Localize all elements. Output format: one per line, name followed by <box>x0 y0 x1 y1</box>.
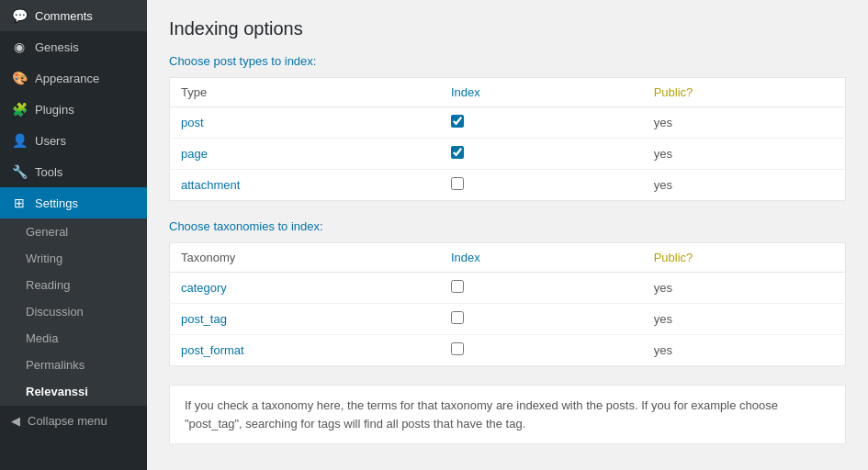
media-label: Media <box>26 331 58 345</box>
reading-label: Reading <box>26 278 70 292</box>
sidebar-item-users[interactable]: 👤 Users <box>0 125 147 156</box>
sidebar-label-plugins: Plugins <box>35 103 74 117</box>
relevanssi-label: Relevanssi <box>26 385 88 398</box>
table-row: attachment yes <box>170 170 846 201</box>
page-title: Indexing options <box>169 18 846 39</box>
post-tag-type-cell: post_tag <box>170 304 440 335</box>
taxonomies-label: Choose taxonomies to index: <box>169 219 846 233</box>
attachment-index-cell <box>440 170 643 201</box>
category-type-cell: category <box>170 273 440 304</box>
post-types-table: Type Index Public? post yes page yes <box>169 77 846 201</box>
category-index-cell <box>440 273 643 304</box>
post-public-col-header: Public? <box>643 78 846 107</box>
appearance-icon: 🎨 <box>11 71 28 85</box>
page-index-cell <box>440 139 643 170</box>
settings-submenu: General Writing Reading Discussion Media… <box>0 218 147 405</box>
category-public-cell: yes <box>643 273 846 304</box>
sidebar-item-plugins[interactable]: 🧩 Plugins <box>0 94 147 125</box>
taxonomy-table: Taxonomy Index Public? category yes post… <box>169 242 846 366</box>
tax-public-col-header: Public? <box>643 243 846 273</box>
page-index-checkbox[interactable] <box>451 146 464 159</box>
taxonomy-info-box: If you check a taxonomy here, the terms … <box>169 385 846 444</box>
sidebar-item-settings[interactable]: ⊞ Settings <box>0 187 147 218</box>
tax-index-col-header: Index <box>440 243 643 273</box>
sidebar-label-tools: Tools <box>35 165 62 179</box>
sidebar-item-tools[interactable]: 🔧 Tools <box>0 156 147 187</box>
collapse-icon: ◀ <box>11 414 20 428</box>
post-type-col-header: Type <box>170 78 440 107</box>
comments-icon: 💬 <box>11 8 28 23</box>
sidebar-item-appearance[interactable]: 🎨 Appearance <box>0 62 147 94</box>
page-public-cell: yes <box>643 139 846 170</box>
post-index-col-header: Index <box>440 78 643 107</box>
table-row: post_format yes <box>170 335 846 366</box>
plugins-icon: 🧩 <box>11 102 28 117</box>
sidebar-item-relevanssi[interactable]: Relevanssi <box>0 378 147 405</box>
genesis-icon: ◉ <box>11 39 28 54</box>
attachment-index-checkbox[interactable] <box>451 177 464 190</box>
permalinks-label: Permalinks <box>26 358 85 372</box>
sidebar-item-general[interactable]: General <box>0 218 147 245</box>
table-row: page yes <box>170 139 846 170</box>
post-format-public-cell: yes <box>643 335 846 366</box>
collapse-label: Collapse menu <box>28 414 107 428</box>
post-tag-index-cell <box>440 304 643 335</box>
post-tag-index-checkbox[interactable] <box>451 311 464 324</box>
post-index-checkbox[interactable] <box>451 115 464 128</box>
collapse-menu-button[interactable]: ◀ Collapse menu <box>0 405 147 436</box>
settings-icon: ⊞ <box>11 196 28 210</box>
post-types-label: Choose post types to index: <box>169 54 846 68</box>
post-format-type-cell: post_format <box>170 335 440 366</box>
sidebar-item-media[interactable]: Media <box>0 325 147 352</box>
writing-label: Writing <box>26 252 62 265</box>
post-index-cell <box>440 107 643 139</box>
attachment-type-cell: attachment <box>170 170 440 201</box>
table-row: post_tag yes <box>170 304 846 335</box>
users-icon: 👤 <box>11 133 28 148</box>
sidebar-label-comments: Comments <box>35 9 93 23</box>
info-text: If you check a taxonomy here, the terms … <box>185 398 778 431</box>
discussion-label: Discussion <box>26 305 84 319</box>
tax-type-col-header: Taxonomy <box>170 243 440 273</box>
category-index-checkbox[interactable] <box>451 280 464 293</box>
sidebar-item-permalinks[interactable]: Permalinks <box>0 352 147 378</box>
post-format-index-checkbox[interactable] <box>451 342 464 355</box>
sidebar-item-reading[interactable]: Reading <box>0 272 147 298</box>
attachment-public-cell: yes <box>643 170 846 201</box>
tools-icon: 🔧 <box>11 164 28 179</box>
post-type-cell: post <box>170 107 440 139</box>
main-content: Indexing options Choose post types to in… <box>147 0 868 470</box>
table-row: category yes <box>170 273 846 304</box>
sidebar-label-settings: Settings <box>35 196 78 210</box>
general-label: General <box>26 225 68 239</box>
sidebar-label-appearance: Appearance <box>35 72 99 85</box>
sidebar-label-users: Users <box>35 134 66 148</box>
post-format-index-cell <box>440 335 643 366</box>
page-type-cell: page <box>170 139 440 170</box>
post-tag-public-cell: yes <box>643 304 846 335</box>
post-public-cell: yes <box>643 107 846 139</box>
table-row: post yes <box>170 107 846 139</box>
sidebar-label-genesis: Genesis <box>35 40 79 54</box>
sidebar-item-comments[interactable]: 💬 Comments <box>0 0 147 31</box>
sidebar-item-genesis[interactable]: ◉ Genesis <box>0 31 147 62</box>
sidebar-item-writing[interactable]: Writing <box>0 245 147 272</box>
sidebar-item-discussion[interactable]: Discussion <box>0 298 147 325</box>
sidebar: 💬 Comments ◉ Genesis 🎨 Appearance 🧩 Plug… <box>0 0 147 470</box>
